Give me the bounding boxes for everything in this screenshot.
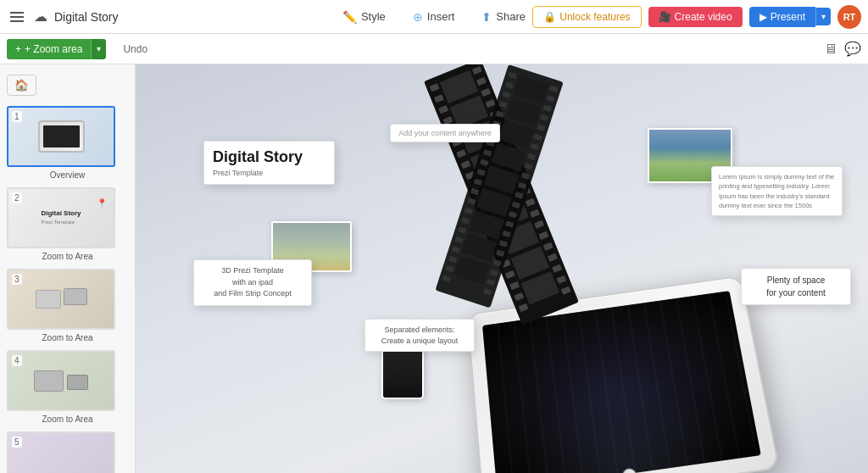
- svg-rect-68: [461, 217, 470, 224]
- svg-rect-35: [530, 209, 540, 218]
- svg-rect-73: [445, 265, 453, 272]
- slide-item-5[interactable]: 5 3D Prezi Template with an ipad and Fil…: [0, 428, 135, 473]
- slide-number-5: 5: [12, 437, 22, 448]
- video-icon: 🎥: [659, 11, 671, 23]
- svg-rect-100: [491, 142, 526, 171]
- lock-icon: 🔒: [543, 11, 556, 23]
- svg-rect-53: [508, 72, 516, 79]
- filmstrip-2: [435, 64, 563, 308]
- svg-rect-3: [438, 105, 448, 114]
- main-title-card: Digital Story Prezi Template: [203, 141, 335, 185]
- insert-icon: ⊕: [413, 10, 423, 24]
- svg-rect-69: [458, 226, 466, 233]
- slide-thumbnail-3: 3: [7, 269, 115, 330]
- slide-item-1[interactable]: 1 Overview: [0, 103, 135, 184]
- slide1-mini-tablet: [38, 120, 85, 153]
- prezi-template-card: 3D Prezi Templatewith an ipadand Film St…: [193, 259, 312, 306]
- zoom-dropdown-button[interactable]: ▾: [91, 39, 106, 59]
- slide-number-4: 4: [12, 355, 22, 366]
- svg-rect-11: [474, 193, 484, 202]
- share-icon: ⬆: [481, 10, 492, 24]
- svg-rect-43: [440, 70, 478, 103]
- space-card: Plenty of spacefor your content: [741, 268, 851, 305]
- svg-rect-50: [511, 247, 549, 280]
- svg-rect-30: [508, 154, 518, 163]
- svg-rect-37: [538, 231, 548, 240]
- user-avatar[interactable]: RT: [837, 5, 861, 29]
- present-dropdown-button[interactable]: ▾: [815, 8, 831, 25]
- svg-rect-19: [509, 281, 520, 290]
- svg-rect-57: [496, 110, 504, 117]
- svg-rect-81: [531, 143, 539, 150]
- svg-rect-91: [499, 240, 508, 247]
- slide-item-2[interactable]: 2 Digital StoryPrezi Template 📍 Zoom to …: [0, 184, 135, 265]
- slide1-tablet-screen: [43, 125, 80, 147]
- present-button[interactable]: ▶ Present: [749, 7, 815, 27]
- present-button-group: ▶ Present ▾: [749, 7, 831, 27]
- monitor-icon[interactable]: 🖥: [824, 42, 837, 57]
- secondary-right-actions: 🖥 💬: [824, 41, 861, 57]
- slides-sidebar: 🏠 1 Overview 2 Digital StoryPrezi Templa…: [0, 64, 136, 473]
- svg-rect-18: [505, 270, 515, 279]
- tablet: [466, 275, 780, 473]
- svg-rect-33: [520, 187, 531, 196]
- svg-rect-38: [543, 242, 554, 251]
- slide-label-2: Zoom to Area: [7, 251, 128, 262]
- svg-rect-24: [481, 88, 491, 97]
- svg-rect-13: [483, 215, 493, 224]
- slide-label-1: Overview: [7, 170, 128, 181]
- svg-rect-93: [492, 259, 501, 266]
- zoom-button-group: + + Zoom area ▾: [7, 39, 106, 59]
- undo-button[interactable]: Undo: [116, 40, 154, 58]
- separated-text: Separated elements:Create a unique layou…: [372, 325, 467, 346]
- share-button[interactable]: ⬆ Share: [468, 5, 539, 29]
- svg-rect-40: [552, 264, 562, 273]
- svg-rect-92: [496, 250, 504, 257]
- create-video-button[interactable]: 🎥 Create video: [648, 7, 743, 27]
- svg-rect-20: [514, 292, 524, 301]
- slide-number-1: 1: [12, 111, 22, 122]
- tablet-side-button: [749, 322, 756, 342]
- svg-rect-15: [492, 237, 502, 246]
- home-btn-container: 🏠: [0, 71, 135, 103]
- svg-rect-66: [467, 198, 476, 204]
- insert-button[interactable]: ⊕ Insert: [399, 5, 469, 29]
- slide-thumbnail-2: 2 Digital StoryPrezi Template 📍: [7, 187, 115, 248]
- slide2-text: Digital StoryPrezi Template: [41, 209, 81, 225]
- main-card-title: Digital Story: [213, 148, 326, 167]
- slide5-content: [58, 454, 64, 471]
- prezi-template-text: 3D Prezi Templatewith an ipadand Film St…: [201, 265, 304, 300]
- svg-rect-95: [487, 279, 495, 286]
- svg-rect-62: [480, 159, 488, 166]
- svg-rect-70: [454, 236, 463, 243]
- svg-rect-12: [478, 204, 488, 213]
- svg-rect-14: [487, 226, 498, 235]
- svg-rect-84: [521, 172, 530, 179]
- zoom-area-button[interactable]: + + Zoom area: [7, 39, 91, 59]
- style-button[interactable]: ✏️ Style: [329, 5, 399, 29]
- svg-rect-105: [454, 256, 490, 285]
- svg-rect-61: [483, 149, 492, 156]
- slide-number-2: 2: [12, 192, 22, 203]
- unlock-features-button[interactable]: 🔒 Unlock features: [532, 6, 641, 28]
- svg-rect-22: [472, 66, 482, 75]
- style-icon: ✏️: [342, 10, 357, 24]
- hamburger-menu-button[interactable]: [7, 8, 27, 25]
- add-content-card: Add your content anywhere: [390, 124, 500, 142]
- svg-rect-101: [484, 165, 520, 194]
- svg-rect-2: [434, 94, 444, 103]
- svg-rect-76: [546, 95, 554, 102]
- chat-icon[interactable]: 💬: [844, 41, 861, 57]
- slide-item-3[interactable]: 3 Zoom to Area: [0, 265, 135, 347]
- slide-item-4[interactable]: 4 Zoom to Area: [0, 347, 135, 428]
- svg-rect-56: [498, 101, 507, 108]
- separated-card: Separated elements:Create a unique layou…: [364, 319, 475, 352]
- svg-rect-77: [543, 104, 552, 111]
- pin-icon: 📍: [97, 198, 107, 208]
- home-button[interactable]: 🏠: [7, 75, 36, 96]
- svg-rect-79: [537, 124, 545, 131]
- slide-thumbnail-4: 4: [7, 350, 115, 411]
- svg-rect-94: [490, 269, 498, 275]
- svg-rect-103: [469, 210, 504, 239]
- canvas-area[interactable]: Digital Story Prezi Template Add your co…: [136, 64, 868, 473]
